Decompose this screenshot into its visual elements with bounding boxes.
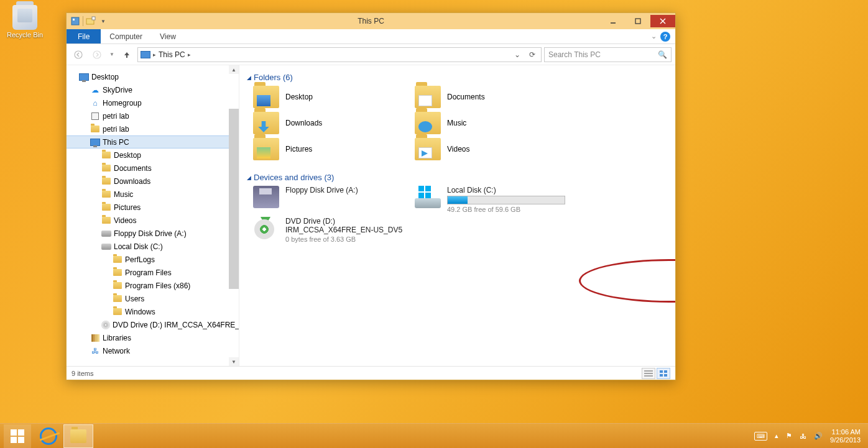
tree-item[interactable]: 🖧Network	[67, 344, 239, 357]
folder-item[interactable]: Pictures	[253, 138, 409, 160]
content-pane[interactable]: ◢ Folders (6) DesktopDocumentsDownloadsM…	[239, 65, 675, 366]
chevron-right-icon[interactable]: ▸	[188, 52, 191, 58]
collapse-icon[interactable]: ◢	[247, 75, 251, 81]
tree-item[interactable]: ⌂Homegroup	[67, 96, 239, 109]
tree-item[interactable]: Desktop	[67, 149, 239, 162]
tree-item-label: Desktop	[114, 151, 141, 160]
scroll-thumb[interactable]	[229, 109, 239, 289]
svg-rect-12	[418, 193, 424, 198]
folder-icon	[415, 112, 441, 134]
tray-chevron-icon[interactable]: ▴	[775, 432, 778, 440]
breadcrumb-this-pc[interactable]: This PC	[159, 50, 185, 59]
tree-item[interactable]: Floppy Disk Drive (A:)	[67, 227, 239, 240]
collapse-icon[interactable]: ◢	[247, 175, 251, 181]
up-button[interactable]	[119, 47, 135, 63]
navigation-pane[interactable]: Desktop☁SkyDrive⌂Homegrouppetri labpetri…	[67, 65, 239, 366]
folder-item[interactable]: Downloads	[253, 112, 409, 134]
scroll-up-icon[interactable]: ▲	[229, 65, 239, 74]
file-tab[interactable]: File	[67, 29, 101, 43]
tree-item[interactable]: DVD Drive (D:) IRM_CCSA_X64FRE_EN-U	[67, 318, 239, 331]
search-input[interactable]: Search This PC 🔍	[544, 47, 672, 62]
tree-item[interactable]: Videos	[67, 214, 239, 227]
tree-item[interactable]: Local Disk (C:)	[67, 240, 239, 253]
large-icons-view-button[interactable]	[657, 368, 670, 379]
user-icon	[90, 112, 100, 121]
recent-dropdown-icon[interactable]: ▼	[108, 47, 116, 63]
tree-item-label: petri lab	[103, 112, 129, 121]
taskbar[interactable]: ⌨ ▴ ⚑ 🖧 🔊 11:06 AM 9/26/2013	[0, 423, 868, 448]
volume-icon[interactable]: 🔊	[814, 432, 823, 440]
clock-time: 11:06 AM	[830, 428, 861, 436]
address-dropdown-icon[interactable]: ⌄	[511, 50, 524, 59]
tree-item[interactable]: Desktop	[67, 70, 239, 83]
tree-item[interactable]: PerfLogs	[67, 253, 239, 266]
dvd-icon	[101, 321, 110, 329]
folder-item[interactable]: Videos	[415, 138, 570, 160]
tree-item[interactable]: petri lab	[67, 109, 239, 122]
titlebar[interactable]: ▼ This PC	[67, 13, 675, 29]
address-bar[interactable]: ▸ This PC ▸ ⌄ ⟳	[137, 47, 542, 62]
tree-item[interactable]: Pictures	[67, 201, 239, 214]
start-button[interactable]	[4, 424, 31, 448]
folder-item[interactable]: Desktop	[253, 86, 409, 108]
ie-icon	[40, 427, 57, 445]
folder-item[interactable]: Music	[415, 112, 570, 134]
help-icon[interactable]: ?	[660, 32, 670, 42]
pc-icon	[79, 73, 89, 81]
system-tray: ⌨ ▴ ⚑ 🖧 🔊 11:06 AM 9/26/2013	[754, 428, 864, 444]
touch-keyboard-icon[interactable]: ⌨	[754, 432, 767, 441]
back-button[interactable]	[70, 47, 86, 63]
drive-capacity-text: 0 bytes free of 3.63 GB	[285, 235, 409, 243]
scroll-down-icon[interactable]: ▼	[229, 357, 239, 366]
folder-icon	[101, 216, 111, 225]
close-button[interactable]	[650, 15, 675, 27]
details-view-button[interactable]	[642, 368, 655, 379]
drive-item[interactable]: DVD Drive (D:)IRM_CCSA_X64FRE_EN-US_DV50…	[253, 217, 409, 243]
home-icon: ⌂	[90, 99, 100, 107]
qat-new-folder-icon[interactable]	[86, 16, 96, 26]
tree-item[interactable]: Program Files (x86)	[67, 279, 239, 292]
tree-item[interactable]: ☁SkyDrive	[67, 83, 239, 96]
ribbon: File Computer View ⌄ ?	[67, 29, 675, 44]
recycle-bin-desktop-icon[interactable]: Recycle Bin	[6, 5, 44, 39]
maximize-button[interactable]	[626, 15, 650, 27]
tree-item[interactable]: Users	[67, 292, 239, 305]
forward-button[interactable]	[89, 47, 105, 63]
action-center-icon[interactable]: ⚑	[786, 432, 792, 440]
folder-icon	[101, 203, 111, 212]
tree-item[interactable]: Music	[67, 188, 239, 201]
svg-point-9	[93, 51, 101, 58]
folder-icon	[113, 308, 122, 316]
tab-computer[interactable]: Computer	[101, 29, 151, 43]
recycle-bin-label: Recycle Bin	[6, 31, 44, 39]
navpane-scrollbar[interactable]: ▲ ▼	[229, 65, 239, 366]
qat-properties-icon[interactable]	[70, 16, 80, 26]
tree-item[interactable]: Libraries	[67, 331, 239, 344]
svg-rect-11	[425, 186, 431, 191]
tree-item[interactable]: petri lab	[67, 122, 239, 135]
folder-icon	[253, 138, 279, 160]
taskbar-clock[interactable]: 11:06 AM 9/26/2013	[830, 428, 864, 444]
tree-item[interactable]: Windows	[67, 305, 239, 318]
tree-item[interactable]: Program Files	[67, 266, 239, 279]
tree-item-label: Floppy Disk Drive (A:)	[114, 229, 187, 238]
network-icon[interactable]: 🖧	[800, 432, 806, 440]
taskbar-explorer-button[interactable]	[63, 424, 93, 448]
tree-item-label: Local Disk (C:)	[114, 242, 163, 251]
taskbar-ie-button[interactable]	[34, 424, 63, 448]
minimize-button[interactable]	[601, 15, 626, 27]
folder-item[interactable]: Documents	[415, 86, 570, 108]
tree-item[interactable]: This PC	[67, 135, 239, 149]
ribbon-expand-icon[interactable]: ⌄	[651, 32, 657, 40]
tree-item[interactable]: Documents	[67, 162, 239, 175]
tree-item[interactable]: Downloads	[67, 175, 239, 188]
tree-item-label: This PC	[103, 138, 129, 147]
tab-view[interactable]: View	[151, 29, 185, 43]
qat-dropdown-icon[interactable]: ▼	[98, 16, 108, 26]
drives-group-header[interactable]: ◢ Devices and drives (3)	[247, 173, 668, 182]
refresh-icon[interactable]: ⟳	[526, 50, 538, 59]
folders-group-header[interactable]: ◢ Folders (6)	[247, 73, 668, 82]
chevron-right-icon[interactable]: ▸	[153, 52, 156, 58]
drive-item[interactable]: Floppy Disk Drive (A:)	[253, 186, 409, 213]
drive-item[interactable]: Local Disk (C:)49.2 GB free of 59.6 GB	[415, 186, 570, 213]
